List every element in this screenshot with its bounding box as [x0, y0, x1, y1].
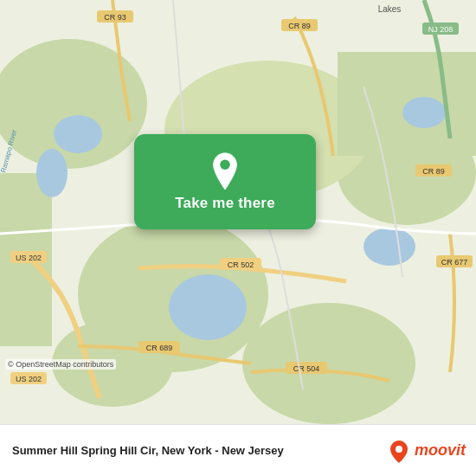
svg-point-13	[402, 97, 446, 128]
svg-point-3	[242, 303, 415, 424]
svg-point-11	[169, 274, 247, 340]
svg-text:CR 689: CR 689	[146, 344, 173, 352]
map-attribution: © OpenStreetMap contributors	[5, 359, 116, 370]
svg-text:CR 677: CR 677	[441, 258, 468, 267]
bottom-bar: Summer Hill Spring Hill Cir, New York - …	[0, 424, 476, 476]
location-pin-icon	[209, 151, 241, 190]
location-info: Summer Hill Spring Hill Cir, New York - …	[12, 444, 284, 457]
svg-text:CR 89: CR 89	[288, 22, 311, 30]
svg-text:CR 504: CR 504	[293, 364, 320, 373]
svg-text:CR 502: CR 502	[228, 261, 254, 269]
svg-point-12	[363, 228, 415, 266]
svg-text:CR 89: CR 89	[422, 167, 445, 176]
svg-text:CR 93: CR 93	[104, 13, 126, 22]
moovit-logo: moovit	[387, 439, 466, 463]
location-title: Summer Hill Spring Hill Cir, New York - …	[12, 444, 284, 457]
svg-point-9	[54, 115, 102, 153]
map-container: CR 502 US 202 US 202 CR 689 CR 504 CR 93…	[0, 0, 476, 424]
moovit-text: moovit	[415, 441, 466, 460]
svg-text:US 202: US 202	[16, 375, 42, 383]
svg-point-36	[220, 160, 229, 170]
take-me-there-button[interactable]: Take me there	[134, 134, 316, 229]
svg-point-10	[36, 149, 68, 197]
svg-text:NJ 208: NJ 208	[428, 25, 453, 34]
svg-point-37	[396, 446, 402, 453]
moovit-brand-icon	[387, 439, 411, 463]
svg-text:Lakes: Lakes	[378, 4, 402, 14]
take-me-there-label: Take me there	[175, 195, 275, 212]
svg-text:US 202: US 202	[16, 254, 42, 262]
